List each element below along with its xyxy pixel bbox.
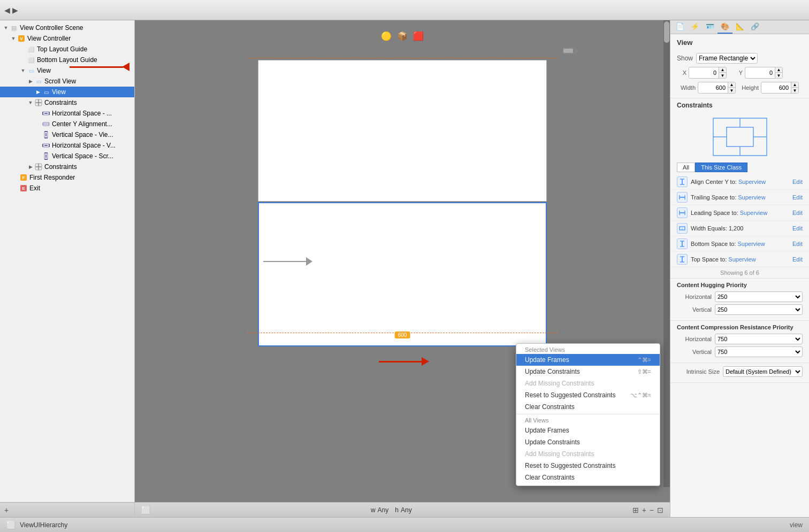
tree-item-vert-2[interactable]: Vertical Space - Scr...: [0, 151, 134, 161]
constraint-tab-size-class[interactable]: This Size Class: [695, 163, 747, 172]
menu-item-all-update-constraints-label: Update Constraints: [525, 438, 651, 446]
disc-view-parent: ▼: [19, 68, 27, 73]
inspector-tab-identity[interactable]: 🪪: [703, 20, 718, 34]
constraint-edit-5[interactable]: Edit: [792, 256, 803, 263]
selected-view-rect[interactable]: [258, 202, 547, 346]
menu-item-reset-suggested[interactable]: Reset to Suggested Constraints ⌥⌃⌘=: [516, 389, 660, 401]
menu-item-all-update-constraints[interactable]: Update Constraints: [516, 436, 660, 448]
x-field[interactable]: [689, 67, 719, 78]
hugging-horizontal-select[interactable]: 250: [715, 291, 803, 302]
canvas-bottom-left-icon[interactable]: ⬜: [141, 506, 150, 514]
hugging-vertical-select[interactable]: 250: [715, 304, 803, 315]
navigator-tree: ▼ ▤ View Controller Scene ▼ V View Contr…: [0, 20, 134, 502]
nav-bottom-add-icon[interactable]: +: [4, 506, 9, 514]
menu-item-all-update-frames[interactable]: Update Frames: [516, 425, 660, 436]
inspector-tab-size[interactable]: 📐: [732, 20, 747, 34]
device-icon-2[interactable]: 📦: [396, 30, 408, 42]
vc-icon: V: [17, 34, 26, 43]
inspector-tab-attributes[interactable]: 🎨: [718, 20, 732, 34]
tree-item-exit[interactable]: E Exit: [0, 183, 134, 194]
constraint-edit-1[interactable]: Edit: [792, 194, 803, 201]
tree-label-view-parent: View: [37, 67, 51, 74]
bottom-view-hierarchy[interactable]: ViewUIHierarchy: [20, 521, 67, 529]
y-field[interactable]: [745, 67, 775, 78]
tree-item-center-y[interactable]: Center Y Alignment...: [0, 119, 134, 129]
intrinsic-size-section: Intrinsic Size Default (System Defined): [670, 363, 809, 383]
tree-item-vc[interactable]: ▼ V View Controller: [0, 33, 134, 44]
tree-item-horiz-1[interactable]: Horizontal Space - ...: [0, 108, 134, 119]
tree-item-top-layout[interactable]: ⬜ Top Layout Guide: [0, 44, 134, 55]
bottom-bar-icon[interactable]: ⬜: [6, 521, 16, 529]
forward-button[interactable]: ▶: [12, 6, 18, 14]
tree-item-vert-1[interactable]: Vertical Space - Vie...: [0, 129, 134, 140]
tree-item-horiz-2[interactable]: Horizontal Space - V...: [0, 140, 134, 151]
menu-item-reset-suggested-shortcut: ⌥⌃⌘=: [630, 392, 651, 399]
tree-item-first-responder[interactable]: F First Responder: [0, 172, 134, 183]
constraint-text-0: Align Center Y to: Superview: [691, 179, 789, 185]
height-stepper[interactable]: ▲ ▼: [791, 82, 798, 93]
menu-item-all-clear[interactable]: Clear Constraints: [516, 472, 660, 485]
canvas-toggle-icon[interactable]: ⊡: [657, 506, 663, 514]
intrinsic-size-row: Intrinsic Size Default (System Defined): [677, 366, 803, 377]
show-select[interactable]: Frame Rectangle: [696, 53, 758, 64]
menu-item-clear-constraints-selected[interactable]: Clear Constraints: [516, 401, 660, 413]
y-down[interactable]: ▼: [775, 73, 782, 78]
constraint-icon-1: [677, 192, 688, 203]
tree-item-bottom-layout[interactable]: ⬜ Bottom Layout Guide: [0, 55, 134, 65]
constraint-edit-4[interactable]: Edit: [792, 241, 803, 247]
canvas-zoom-in-icon[interactable]: +: [642, 506, 646, 514]
width-up[interactable]: ▲: [728, 82, 735, 88]
menu-item-update-frames[interactable]: Update Frames ⌃⌘=: [516, 354, 660, 366]
tree-item-constraints-outer[interactable]: ▶ Constraints: [0, 161, 134, 172]
constraint-tab-all[interactable]: All: [677, 163, 695, 172]
compression-horizontal-select[interactable]: 750: [715, 334, 803, 344]
menu-item-clear-label-selected: Clear Constraints: [525, 403, 651, 411]
inspector-tab-connections[interactable]: 🔗: [747, 20, 762, 34]
menu-item-all-reset[interactable]: Reset to Suggested Constraints: [516, 460, 660, 472]
canvas-zoom-fit-icon[interactable]: ⊞: [632, 506, 639, 514]
tree-label-vert-1: Vertical Space - Vie...: [52, 131, 113, 138]
tree-item-scroll-view[interactable]: ▶ ▭ Scroll View: [0, 76, 134, 87]
compression-vertical-select[interactable]: 750: [715, 346, 803, 357]
device-icon-3[interactable]: 🟥: [413, 30, 424, 42]
any-label-1: Any: [378, 506, 389, 514]
height-field[interactable]: [761, 82, 791, 93]
constraint-edit-2[interactable]: Edit: [792, 210, 803, 216]
menu-item-update-constraints[interactable]: Update Constraints ⇧⌘=: [516, 366, 660, 377]
y-up[interactable]: ▲: [775, 67, 782, 73]
width-down[interactable]: ▼: [728, 88, 735, 93]
tree-item-view-parent[interactable]: ▼ ▭ View: [0, 65, 134, 76]
y-stepper[interactable]: ▲ ▼: [775, 67, 782, 78]
canvas-scrollbar[interactable]: [663, 20, 670, 487]
inspector-tab-file[interactable]: 📄: [673, 20, 688, 34]
svg-rect-34: [727, 127, 753, 147]
x-stepper[interactable]: ▲ ▼: [719, 67, 726, 78]
height-up[interactable]: ▲: [791, 82, 798, 88]
menu-item-add-missing-label: Add Missing Constraints: [525, 380, 651, 387]
x-up[interactable]: ▲: [719, 67, 726, 73]
tree-item-vc-scene[interactable]: ▼ ▤ View Controller Scene: [0, 22, 134, 33]
constraint-edit-3[interactable]: Edit: [792, 225, 803, 232]
device-icon-1[interactable]: 🟡: [380, 30, 392, 42]
width-field-container: ▲ ▼: [698, 82, 736, 94]
tree-item-view-child[interactable]: ▶ ▭ View: [0, 87, 134, 97]
tree-label-center-y: Center Y Alignment...: [52, 120, 112, 128]
canvas-zoom-out-icon[interactable]: −: [650, 506, 654, 514]
disc-view-child: ▶: [34, 89, 42, 95]
width-stepper[interactable]: ▲ ▼: [728, 82, 735, 93]
intrinsic-size-select[interactable]: Default (System Defined): [723, 366, 803, 377]
constraint-text-4: Bottom Space to: Superview: [691, 241, 789, 247]
back-button[interactable]: ◀: [4, 6, 10, 14]
tree-item-constraints-inner[interactable]: ▼ Constraints: [0, 97, 134, 108]
height-down[interactable]: ▼: [791, 88, 798, 93]
x-down[interactable]: ▼: [719, 73, 726, 78]
svg-text:=: =: [682, 227, 683, 230]
inspector-view-header: View: [670, 34, 809, 49]
width-field[interactable]: [698, 82, 728, 93]
width-label: Width: [677, 84, 696, 91]
constraint-row-0: Align Center Y to: Superview Edit: [670, 174, 809, 190]
constraint-text-5: Top Space to: Superview: [691, 256, 789, 263]
compression-resistance-section: Content Compression Resistance Priority …: [670, 321, 809, 363]
constraint-edit-0[interactable]: Edit: [792, 179, 803, 185]
inspector-tab-quick[interactable]: ⚡: [688, 20, 703, 34]
